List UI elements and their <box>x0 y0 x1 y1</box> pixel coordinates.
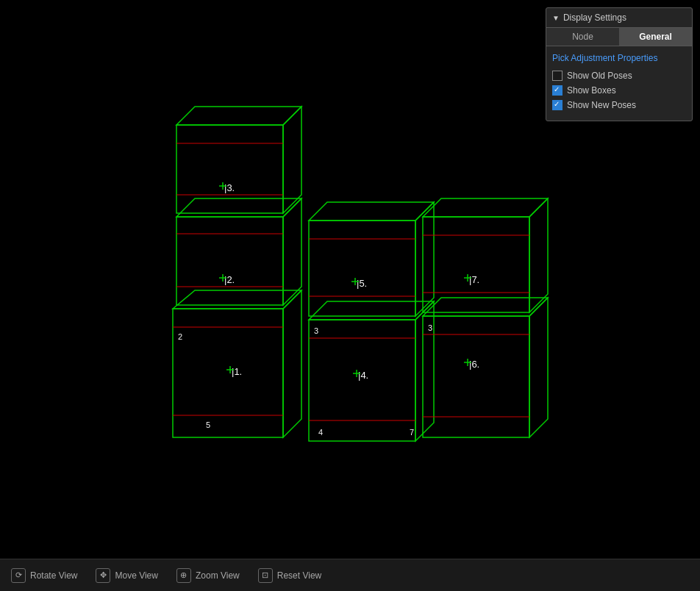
svg-text:|4.: |4. <box>358 370 368 381</box>
collapse-icon: ▼ <box>552 14 560 22</box>
zoom-view-label: Zoom View <box>196 570 240 581</box>
move-view-button[interactable]: ✥ Move View <box>96 568 157 583</box>
zoom-view-icon: ⊕ <box>176 568 191 583</box>
tab-general[interactable]: General <box>619 28 692 46</box>
reset-view-icon: ⊡ <box>258 568 273 583</box>
svg-marker-10 <box>283 198 301 305</box>
bottom-toolbar: ⟳ Rotate View ✥ Move View ⊕ Zoom View ⊡ … <box>0 559 700 591</box>
tab-node[interactable]: Node <box>546 28 619 46</box>
svg-text:|2.: |2. <box>224 274 235 285</box>
svg-text:7: 7 <box>410 428 414 437</box>
svg-marker-36 <box>415 301 434 441</box>
svg-text:|5.: |5. <box>357 278 367 289</box>
move-view-label: Move View <box>115 570 157 581</box>
pick-adjustment-link[interactable]: Pick Adjustment Properties <box>552 52 686 65</box>
reset-view-label: Reset View <box>277 570 321 581</box>
svg-marker-47 <box>529 198 548 312</box>
svg-text:5: 5 <box>206 420 210 429</box>
show-old-poses-label: Show Old Poses <box>567 71 632 81</box>
svg-text:3: 3 <box>428 323 432 332</box>
display-settings-panel: ▼ Display Settings Node General Pick Adj… <box>546 7 693 121</box>
tab-bar: Node General <box>546 28 692 46</box>
panel-header: ▼ Display Settings <box>546 8 692 28</box>
rotate-view-label: Rotate View <box>30 570 77 581</box>
svg-text:4: 4 <box>318 428 323 437</box>
svg-marker-27 <box>309 202 434 221</box>
svg-text:3: 3 <box>314 326 318 335</box>
svg-text:2: 2 <box>178 332 182 341</box>
panel-title: Display Settings <box>563 12 626 23</box>
svg-marker-17 <box>173 290 301 309</box>
svg-text:|3.: |3. <box>224 182 235 193</box>
zoom-view-button[interactable]: ⊕ Zoom View <box>176 568 240 583</box>
panel-content: Pick Adjustment Properties Show Old Pose… <box>546 46 692 121</box>
show-old-poses-checkbox[interactable] <box>552 71 562 81</box>
svg-text:|6.: |6. <box>469 359 479 370</box>
svg-marker-1 <box>176 107 301 125</box>
svg-marker-55 <box>529 298 548 437</box>
show-new-poses-row: Show New Poses <box>552 100 686 110</box>
show-new-poses-checkbox[interactable] <box>552 100 562 110</box>
svg-text:|1.: |1. <box>232 366 242 377</box>
show-old-poses-row: Show Old Poses <box>552 71 686 81</box>
show-boxes-checkbox[interactable] <box>552 85 562 96</box>
svg-marker-2 <box>283 107 301 213</box>
svg-text:|7.: |7. <box>469 274 479 285</box>
move-view-icon: ✥ <box>96 568 110 583</box>
svg-marker-46 <box>423 198 548 217</box>
show-boxes-row: Show Boxes <box>552 85 686 96</box>
rotate-view-button[interactable]: ⟳ Rotate View <box>11 568 77 583</box>
show-new-poses-label: Show New Poses <box>567 100 636 110</box>
reset-view-button[interactable]: ⊡ Reset View <box>258 568 321 583</box>
svg-marker-18 <box>283 290 301 437</box>
rotate-view-icon: ⟳ <box>11 568 26 583</box>
show-boxes-label: Show Boxes <box>567 85 616 96</box>
svg-marker-16 <box>173 309 283 437</box>
svg-marker-0 <box>176 125 283 213</box>
svg-marker-28 <box>415 202 434 316</box>
